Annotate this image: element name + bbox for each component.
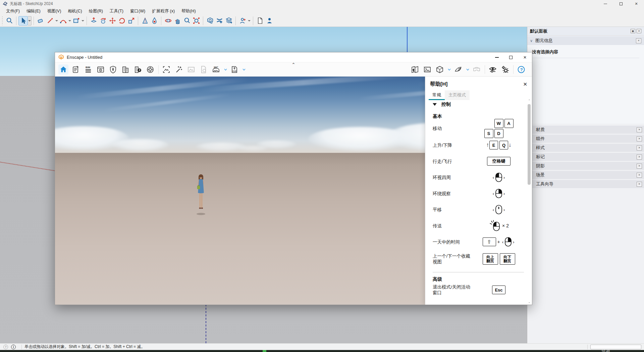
measurement-input[interactable] xyxy=(590,345,641,349)
exe-standalone-icon[interactable]: EXE xyxy=(229,64,239,75)
exe-dropdown-icon[interactable] xyxy=(242,64,246,75)
help-icon[interactable]: ? xyxy=(516,64,526,75)
row-label: 传送 xyxy=(433,223,474,229)
building-upgrade-icon[interactable] xyxy=(133,64,143,75)
menu-extensions[interactable]: 扩展程序 (x) xyxy=(149,8,178,15)
menu-help[interactable]: 帮助(H) xyxy=(178,8,199,15)
menu-camera[interactable]: 相机(C) xyxy=(64,8,85,15)
add-person-dropdown-icon[interactable] xyxy=(247,16,251,26)
maximize-icon[interactable] xyxy=(613,0,629,7)
taskbar-edge[interactable]: 16:48 xyxy=(0,350,644,352)
tray-section-instructor[interactable]: ▸工具向导✕ xyxy=(527,180,644,188)
tray-section-materials[interactable]: ▸材质✕ xyxy=(527,126,644,134)
new-document-icon[interactable] xyxy=(255,16,265,26)
controls-section-header[interactable]: 控制 xyxy=(433,101,524,107)
fly-dropdown-icon[interactable] xyxy=(466,64,470,75)
menu-edit[interactable]: 编辑(E) xyxy=(23,8,44,15)
menu-view[interactable]: 视图(V) xyxy=(44,8,65,15)
enscape-maximize-icon[interactable] xyxy=(504,52,518,62)
bim-information-icon[interactable]: BIM xyxy=(83,64,93,75)
section-close-icon[interactable]: ✕ xyxy=(637,127,642,132)
section-close-icon[interactable]: ✕ xyxy=(637,182,642,187)
scale-tool-icon[interactable] xyxy=(126,16,136,26)
asset-shield-icon[interactable] xyxy=(108,64,118,75)
close-icon[interactable]: ✕ xyxy=(629,0,644,7)
search-icon[interactable] xyxy=(5,16,14,26)
rectangle-tool-icon[interactable] xyxy=(71,16,81,26)
pan-tool-icon[interactable] xyxy=(173,16,182,26)
select-tool-icon[interactable] xyxy=(18,16,28,26)
settings-gears-icon[interactable] xyxy=(500,64,510,75)
rectangle-dropdown-icon[interactable] xyxy=(81,16,85,26)
visual-settings-icon[interactable] xyxy=(488,64,498,75)
solid-tool-icon[interactable] xyxy=(215,16,224,26)
ai-enhancer-icon[interactable] xyxy=(174,64,184,75)
scroll-down-icon[interactable]: ⌄ xyxy=(527,300,531,304)
line-tool-icon[interactable] xyxy=(45,16,55,26)
tray-section-shadows[interactable]: ▸阴影✕ xyxy=(527,162,644,170)
tray-section-scenes[interactable]: ▸场景✕ xyxy=(527,171,644,179)
select-dropdown-icon[interactable] xyxy=(28,16,32,26)
enscape-titlebar[interactable]: Enscape - Untitled ✕ xyxy=(55,52,532,62)
toolbar-collapse-icon[interactable]: ⌃ xyxy=(292,63,296,67)
section-plane-tool-icon[interactable] xyxy=(205,16,215,26)
line-dropdown-icon[interactable] xyxy=(55,16,58,26)
menu-draw[interactable]: 绘图(R) xyxy=(86,8,106,15)
section-close-icon[interactable]: ✕ xyxy=(637,164,642,169)
zoom-extents-tool-icon[interactable] xyxy=(192,16,201,26)
panorama-360-icon[interactable]: 360° xyxy=(211,64,221,75)
geolocation-icon[interactable]: ? xyxy=(3,345,8,349)
section-close-icon[interactable]: ✕ xyxy=(637,136,642,141)
feedback-notes-icon[interactable] xyxy=(71,64,81,75)
info-icon[interactable]: i xyxy=(11,345,16,349)
arrow-up-icon: ↑ xyxy=(486,142,489,148)
building-library-icon[interactable] xyxy=(120,64,130,75)
visual-preview-icon[interactable] xyxy=(96,64,106,75)
paint-bucket-tool-icon[interactable] xyxy=(150,16,159,26)
move-tool-icon[interactable] xyxy=(108,16,117,26)
tray-sections: ▸材质✕ ▸组件✕ ▸样式✕ ▸标记✕ ▸阴影✕ ▸场景✕ ▸工具向导✕ xyxy=(527,126,644,189)
cube-dropdown-icon[interactable] xyxy=(447,64,451,75)
zoom-tool-icon[interactable] xyxy=(182,16,192,26)
enscape-minimize-icon[interactable] xyxy=(490,52,504,62)
orbit-tool-icon[interactable] xyxy=(163,16,173,26)
arc-tool-icon[interactable] xyxy=(58,16,68,26)
entity-info-close-icon[interactable]: ✕ xyxy=(636,38,641,43)
enscape-close-icon[interactable]: ✕ xyxy=(518,52,532,62)
push-pull-tool-icon[interactable] xyxy=(89,16,98,26)
tray-section-tags[interactable]: ▸标记✕ xyxy=(527,153,644,161)
menu-window[interactable]: 窗口(W) xyxy=(127,8,149,15)
layers-tool-icon[interactable] xyxy=(224,16,233,26)
section-close-icon[interactable]: ✕ xyxy=(637,145,642,150)
tray-section-styles[interactable]: ▸样式✕ xyxy=(527,144,644,152)
toolbar-grip[interactable] xyxy=(1,16,4,25)
tray-close-icon[interactable]: ✕ xyxy=(637,29,641,33)
tape-measure-tool-icon[interactable] xyxy=(140,16,150,26)
eraser-tool-icon[interactable] xyxy=(36,16,45,26)
home-icon[interactable] xyxy=(58,64,68,75)
screenshot-icon[interactable] xyxy=(161,64,171,75)
scroll-thumb[interactable] xyxy=(528,104,531,185)
menu-file[interactable]: 文件(F) xyxy=(3,8,23,15)
media-film-icon[interactable] xyxy=(145,64,155,75)
cube-3d-icon[interactable] xyxy=(435,64,445,75)
arc-dropdown-icon[interactable] xyxy=(68,16,71,26)
panorama-dropdown-icon[interactable] xyxy=(223,64,227,75)
section-close-icon[interactable]: ✕ xyxy=(637,155,642,160)
map-pin-icon[interactable] xyxy=(410,64,420,75)
menu-tools[interactable]: 工具(T) xyxy=(106,8,127,15)
tray-pin-icon[interactable]: ▣ xyxy=(631,29,635,33)
scroll-up-icon[interactable]: ⌃ xyxy=(527,99,531,103)
entity-info-section[interactable]: ∨ 图元信息 ✕ xyxy=(527,36,644,45)
add-person-tool-icon[interactable] xyxy=(238,16,247,26)
follow-me-tool-icon[interactable] xyxy=(98,16,108,26)
section-close-icon[interactable]: ✕ xyxy=(637,173,642,178)
rotate-tool-icon[interactable] xyxy=(117,16,126,26)
tray-section-components[interactable]: ▸组件✕ xyxy=(527,135,644,143)
person-icon[interactable] xyxy=(265,16,274,26)
style-image-icon[interactable] xyxy=(422,64,432,75)
minimize-icon[interactable] xyxy=(598,0,613,7)
help-close-icon[interactable]: ✕ xyxy=(523,81,527,87)
taskbar-active-app[interactable] xyxy=(263,350,266,352)
fly-wing-icon[interactable] xyxy=(453,64,463,75)
